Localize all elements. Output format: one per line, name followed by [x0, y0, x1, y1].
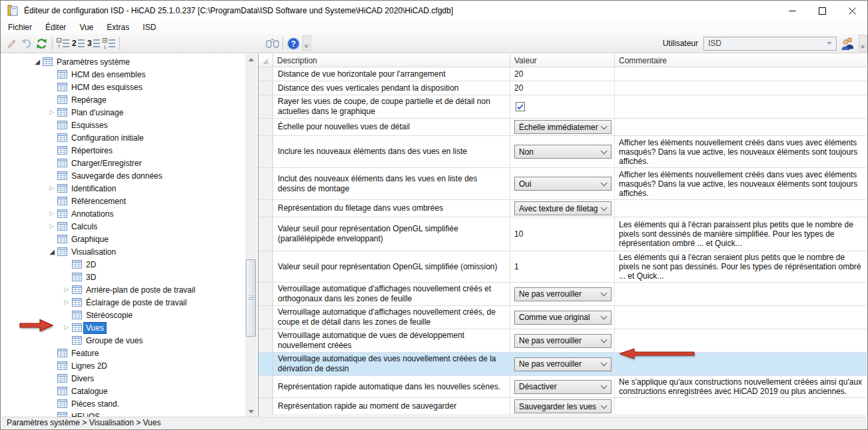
tree-item-label[interactable]: Identification [69, 183, 119, 195]
edit-icon[interactable] [3, 36, 19, 51]
tree-item-label[interactable]: Vues [83, 322, 107, 334]
tree-expander-icon[interactable]: ▷ [61, 283, 72, 296]
tree-item-label[interactable]: Graphique [69, 233, 111, 245]
tree-item[interactable]: ▷Arrière-plan de poste de travail [1, 283, 244, 296]
row-gutter[interactable] [258, 306, 273, 329]
tree-item[interactable]: 3D [1, 271, 244, 283]
description-cell[interactable]: Valeur seuil pour représentation OpenGL … [273, 251, 510, 283]
value-cell[interactable] [510, 95, 615, 119]
expand-level-3-icon[interactable]: 3 [86, 36, 101, 51]
expand-level-2-icon[interactable]: 2 [71, 36, 86, 51]
description-cell[interactable]: Verrouillage automatique d'affichages no… [273, 306, 510, 329]
value-cell[interactable]: Avec texture de filetag [510, 200, 615, 217]
description-cell[interactable]: Distance de vue horizontale pour l'arran… [273, 67, 510, 81]
tree-item[interactable]: Divers [1, 372, 244, 385]
tree-expander-icon[interactable]: ▷ [47, 207, 57, 220]
value-dropdown[interactable]: Ne pas verrouiller [514, 287, 612, 301]
menu-item-2[interactable]: Vue [73, 21, 100, 34]
tree-item[interactable]: ◢Visualisation [1, 245, 244, 258]
description-cell[interactable]: Distance des vues verticales pendant la … [273, 81, 510, 95]
row-gutter[interactable] [258, 329, 273, 353]
row-gutter[interactable] [258, 119, 273, 136]
table-row[interactable]: Distance de vue horizontale pour l'arran… [258, 67, 867, 81]
help-icon[interactable]: ? [286, 36, 301, 51]
column-header-description[interactable]: Description [273, 54, 510, 67]
tree-item[interactable]: HELiOS [1, 410, 244, 417]
tree-item-label[interactable]: Paramètres système [54, 56, 133, 68]
tree-item[interactable]: ▷Plan d'usinage [1, 106, 244, 119]
menu-item-1[interactable]: Éditer [39, 21, 73, 34]
collapse-all-icon[interactable]: –↑ [55, 36, 71, 51]
tree-expander-icon[interactable]: ▷ [47, 106, 57, 119]
tree-expander-icon[interactable]: ▷ [61, 296, 72, 309]
tree-item-label[interactable]: 3D [83, 271, 99, 283]
checkbox-checked-icon[interactable] [516, 102, 525, 111]
row-gutter[interactable] [258, 95, 273, 119]
table-row[interactable]: Verrouillage automatique d'affichages no… [258, 306, 867, 329]
tree-item[interactable]: 2D [1, 258, 244, 271]
tree-item[interactable]: Feature [1, 347, 244, 359]
row-gutter[interactable] [258, 353, 273, 376]
menu-item-4[interactable]: ISD [136, 21, 163, 34]
table-row[interactable]: Inclut des nouveaux éléments dans les vu… [258, 168, 867, 200]
tree-item[interactable]: Catalogue [1, 385, 244, 397]
tree-item[interactable]: ▷Calculs [1, 220, 244, 233]
description-cell[interactable]: Verrouillage automatique des vues nouvel… [273, 353, 510, 376]
tree-item-label[interactable]: Sauvegarde des données [69, 170, 165, 182]
search-icon[interactable] [264, 36, 280, 51]
close-button[interactable] [837, 1, 867, 21]
tree-item-label[interactable]: Catalogue [69, 385, 111, 397]
tree-item[interactable]: Lignes 2D [1, 359, 244, 372]
user-combobox[interactable]: ISD [703, 37, 837, 51]
tree-expander-icon[interactable]: ◢ [47, 245, 57, 258]
tree-item-label[interactable]: Configuration initiale [69, 132, 147, 144]
value-cell[interactable]: Désactiver [510, 376, 615, 398]
value-cell[interactable]: 20 [510, 67, 615, 81]
row-gutter[interactable] [258, 398, 273, 415]
value-cell[interactable]: Comme vue original [510, 306, 615, 329]
tree-item[interactable]: HCM des esquisses [1, 81, 244, 93]
value-cell[interactable]: Oui [510, 168, 615, 200]
value-cell[interactable]: Ne pas verrouiller [510, 329, 615, 353]
tree-item-label[interactable]: Annotations [69, 208, 116, 220]
undo-icon[interactable] [19, 36, 34, 51]
value-dropdown[interactable]: Désactiver [514, 380, 612, 394]
tree-item-label[interactable]: Répertoires [69, 145, 115, 157]
table-row[interactable]: Verrouillage automatique des vues nouvel… [258, 353, 867, 376]
table-row[interactable]: Verrouillage automatique de vues de déve… [258, 329, 867, 353]
value-dropdown[interactable]: Échelle immédiatemer [514, 120, 612, 134]
description-cell[interactable]: Verrouillage automatique de vues de déve… [273, 329, 510, 353]
value-cell[interactable]: 10 [510, 217, 615, 251]
tree-item-label[interactable]: Éclairage de poste de travail [83, 297, 189, 309]
table-row[interactable]: Rayer les vues de coupe, de coupe partie… [258, 95, 867, 119]
tree-item[interactable]: Sauvegarde des données [1, 169, 244, 182]
row-gutter[interactable] [258, 168, 273, 200]
tree-expander-icon[interactable]: ▷ [47, 182, 57, 195]
tree-item-label[interactable]: Lignes 2D [69, 360, 110, 372]
row-gutter[interactable] [258, 67, 273, 81]
value-text[interactable]: 20 [514, 83, 523, 93]
tree-item[interactable]: Pièces stand. [1, 397, 244, 410]
tree-item-label[interactable]: Visualisation [69, 246, 119, 258]
tree-item-label[interactable]: HELiOS [69, 411, 103, 417]
tree-item-label[interactable]: Plan d'usinage [69, 107, 126, 119]
value-text[interactable]: 1 [514, 262, 519, 271]
tree-item-label[interactable]: Groupe de vues [83, 335, 145, 347]
description-cell[interactable]: Valeur seuil pour représentation OpenGL … [273, 217, 510, 251]
refresh-icon[interactable] [34, 36, 49, 51]
tree-item-label[interactable]: 2D [83, 259, 99, 271]
tree-expander-icon[interactable]: ▷ [61, 321, 72, 334]
value-dropdown[interactable]: Sauvegarder les vues u [514, 399, 612, 413]
tree-item-label[interactable]: Charger/Enregistrer [69, 157, 144, 169]
tree-item[interactable]: ▷Vues [1, 321, 244, 334]
row-gutter[interactable] [258, 217, 273, 251]
table-row[interactable]: Échelle pour nouvelles vues de détailÉch… [258, 119, 867, 136]
tree-item[interactable]: Repérage [1, 93, 244, 106]
table-row[interactable]: Représentation rapide automatique dans l… [258, 376, 867, 398]
column-header-valeur[interactable]: Valeur [510, 54, 615, 67]
description-cell[interactable]: Représentation rapide automatique dans l… [273, 376, 510, 398]
tree-item[interactable]: ▷Annotations [1, 207, 244, 220]
tree-item[interactable]: Configuration initiale [1, 131, 244, 144]
value-cell[interactable]: Ne pas verrouiller [510, 353, 615, 376]
tree-item[interactable]: Charger/Enregistrer [1, 157, 244, 169]
